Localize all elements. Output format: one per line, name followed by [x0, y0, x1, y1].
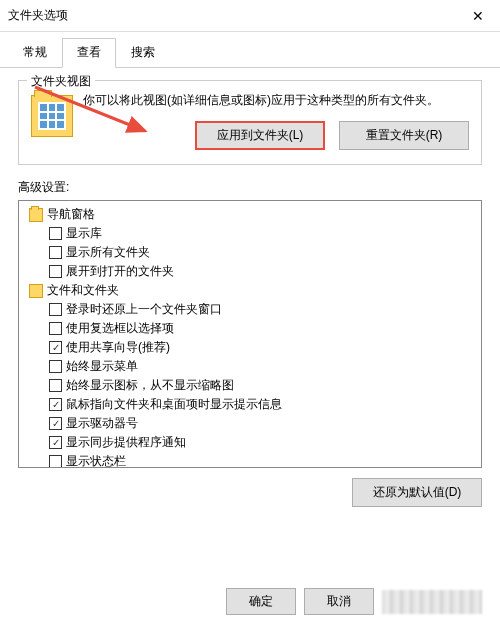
- tree-checkbox-item[interactable]: 显示驱动器号: [25, 414, 475, 433]
- folder-icon: [29, 284, 43, 298]
- folder-view-group-label: 文件夹视图: [27, 73, 95, 90]
- tree-header-label: 导航窗格: [47, 206, 95, 223]
- tree-checkbox-item[interactable]: 始终显示图标，从不显示缩略图: [25, 376, 475, 395]
- checkbox[interactable]: [49, 455, 62, 468]
- tree-item-label: 显示状态栏: [66, 453, 126, 468]
- tree-item-label: 鼠标指向文件夹和桌面项时显示提示信息: [66, 396, 282, 413]
- close-icon: ✕: [472, 8, 484, 24]
- tree-checkbox-item[interactable]: 始终显示菜单: [25, 357, 475, 376]
- tree-item-label: 始终显示菜单: [66, 358, 138, 375]
- tree-item-label: 使用共享向导(推荐): [66, 339, 170, 356]
- advanced-settings-label: 高级设置:: [18, 179, 482, 196]
- tree-item-label: 展开到打开的文件夹: [66, 263, 174, 280]
- checkbox[interactable]: [49, 398, 62, 411]
- dialog-footer: 确定 取消: [226, 588, 482, 615]
- tree-checkbox-item[interactable]: 展开到打开的文件夹: [25, 262, 475, 281]
- checkbox[interactable]: [49, 265, 62, 278]
- tree-checkbox-item[interactable]: 显示同步提供程序通知: [25, 433, 475, 452]
- tree-checkbox-item[interactable]: 登录时还原上一个文件夹窗口: [25, 300, 475, 319]
- tree-item-label: 显示库: [66, 225, 102, 242]
- tree-item-label: 显示同步提供程序通知: [66, 434, 186, 451]
- tree-header-label: 文件和文件夹: [47, 282, 119, 299]
- tab-general[interactable]: 常规: [8, 38, 62, 67]
- tree-checkbox-item[interactable]: 鼠标指向文件夹和桌面项时显示提示信息: [25, 395, 475, 414]
- tree-header: 文件和文件夹: [25, 281, 475, 300]
- nav-icon: [29, 208, 43, 222]
- checkbox[interactable]: [49, 379, 62, 392]
- window-title: 文件夹选项: [8, 7, 68, 24]
- restore-defaults-button[interactable]: 还原为默认值(D): [352, 478, 482, 507]
- folder-icon: [31, 95, 73, 137]
- checkbox[interactable]: [49, 436, 62, 449]
- folder-view-description: 你可以将此视图(如详细信息或图标)应用于这种类型的所有文件夹。: [83, 91, 469, 109]
- folder-view-group: 文件夹视图 你可以将此视图(如详细信息或图标)应用于这种类型的所有文件夹。 应用…: [18, 80, 482, 165]
- checkbox[interactable]: [49, 303, 62, 316]
- checkbox[interactable]: [49, 227, 62, 240]
- apply-to-folders-button[interactable]: 应用到文件夹(L): [195, 121, 325, 150]
- tab-search[interactable]: 搜索: [116, 38, 170, 67]
- close-button[interactable]: ✕: [455, 0, 500, 32]
- tree-checkbox-item[interactable]: 使用复选框以选择项: [25, 319, 475, 338]
- tree-checkbox-item[interactable]: 显示所有文件夹: [25, 243, 475, 262]
- checkbox[interactable]: [49, 360, 62, 373]
- tree-item-label: 显示驱动器号: [66, 415, 138, 432]
- obscured-region: [382, 590, 482, 614]
- tab-view[interactable]: 查看: [62, 38, 116, 68]
- tree-item-label: 使用复选框以选择项: [66, 320, 174, 337]
- tree-checkbox-item[interactable]: 使用共享向导(推荐): [25, 338, 475, 357]
- cancel-button[interactable]: 取消: [304, 588, 374, 615]
- checkbox[interactable]: [49, 246, 62, 259]
- checkbox[interactable]: [49, 341, 62, 354]
- checkbox[interactable]: [49, 417, 62, 430]
- tree-header: 导航窗格: [25, 205, 475, 224]
- reset-folders-button[interactable]: 重置文件夹(R): [339, 121, 469, 150]
- checkbox[interactable]: [49, 322, 62, 335]
- tree-item-label: 显示所有文件夹: [66, 244, 150, 261]
- tree-item-label: 登录时还原上一个文件夹窗口: [66, 301, 222, 318]
- tree-checkbox-item[interactable]: 显示库: [25, 224, 475, 243]
- tree-checkbox-item[interactable]: 显示状态栏: [25, 452, 475, 468]
- ok-button[interactable]: 确定: [226, 588, 296, 615]
- advanced-settings-tree[interactable]: 导航窗格显示库显示所有文件夹展开到打开的文件夹文件和文件夹登录时还原上一个文件夹…: [18, 200, 482, 468]
- tab-bar: 常规 查看 搜索: [0, 32, 500, 68]
- tree-item-label: 始终显示图标，从不显示缩略图: [66, 377, 234, 394]
